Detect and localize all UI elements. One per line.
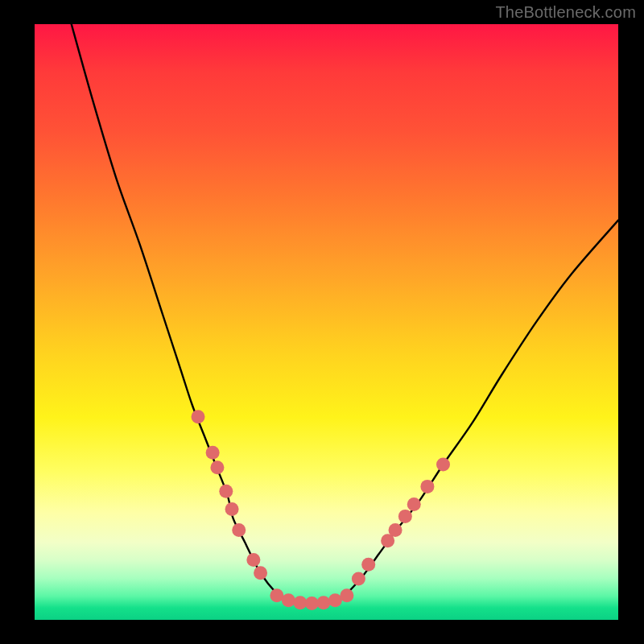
watermark-text: TheBottleneck.com xyxy=(495,3,636,22)
bottleneck-curve xyxy=(70,24,619,605)
data-dot-right-4 xyxy=(398,510,412,523)
data-dot-left-1 xyxy=(206,446,220,460)
chart-stage: TheBottleneck.com xyxy=(0,0,644,644)
data-dot-valley-0 xyxy=(270,588,283,602)
data-dot-valley-4 xyxy=(316,596,330,609)
data-dot-valley-2 xyxy=(293,596,307,609)
bottleneck-curve-svg xyxy=(35,24,618,620)
data-dot-right-7 xyxy=(436,458,450,472)
data-dot-left-2 xyxy=(210,460,224,474)
data-dot-right-5 xyxy=(407,497,421,511)
data-dot-valley-6 xyxy=(340,588,353,602)
data-dot-left-0 xyxy=(192,410,205,423)
data-dot-left-3 xyxy=(219,485,233,498)
data-dot-right-6 xyxy=(420,480,434,493)
data-dot-valley-5 xyxy=(328,593,342,607)
data-dot-right-3 xyxy=(389,523,402,537)
plot-area xyxy=(35,24,618,620)
data-dot-left-4 xyxy=(225,502,239,516)
data-dot-valley-1 xyxy=(282,593,295,607)
data-dot-layer xyxy=(192,410,451,610)
data-dot-left-6 xyxy=(246,553,260,567)
data-dot-left-5 xyxy=(232,523,246,537)
data-dot-left-7 xyxy=(254,566,267,580)
data-dot-right-0 xyxy=(352,572,365,586)
data-dot-right-1 xyxy=(361,558,375,572)
data-dot-valley-3 xyxy=(305,597,319,610)
